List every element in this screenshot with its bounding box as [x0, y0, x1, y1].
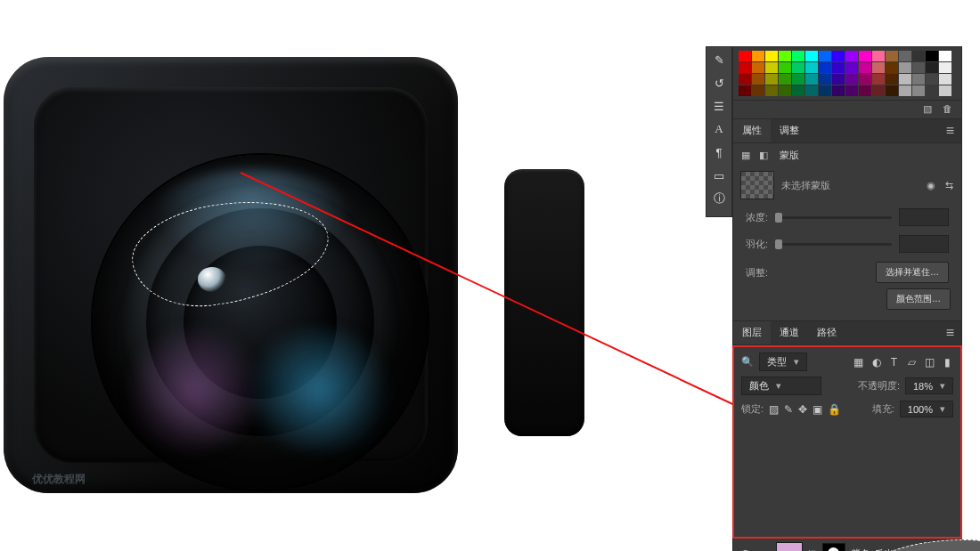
swatch[interactable]: [845, 51, 858, 61]
swatch[interactable]: [939, 85, 951, 96]
swatch[interactable]: [832, 51, 845, 61]
filter-toggle-icon[interactable]: ▮: [942, 356, 953, 368]
tab-channels[interactable]: 通道: [771, 321, 808, 344]
new-swatch-icon[interactable]: ▧: [922, 103, 933, 114]
feather-value[interactable]: [899, 235, 949, 253]
swatch[interactable]: [805, 62, 818, 73]
swatch[interactable]: [886, 51, 898, 61]
fill-value[interactable]: 100%▾: [900, 401, 953, 417]
type-icon[interactable]: A: [712, 122, 726, 136]
swatch[interactable]: [872, 74, 885, 85]
swatch[interactable]: [886, 85, 898, 96]
feather-slider[interactable]: [775, 243, 892, 246]
opacity-value[interactable]: 18%▾: [905, 377, 953, 394]
swatch[interactable]: [752, 62, 764, 73]
swatch[interactable]: [845, 62, 858, 73]
swatch[interactable]: [859, 85, 871, 96]
swatch[interactable]: [739, 85, 751, 96]
swatch[interactable]: [872, 62, 885, 73]
brush-icon[interactable]: ✎: [712, 53, 726, 67]
swatch[interactable]: [739, 51, 751, 61]
swatch[interactable]: [752, 74, 764, 85]
lock-transparent-icon[interactable]: ▨: [769, 403, 779, 416]
swatch[interactable]: [832, 62, 845, 73]
swatch[interactable]: [765, 85, 778, 96]
swatch[interactable]: [832, 85, 845, 96]
swatch[interactable]: [939, 74, 951, 85]
tab-properties[interactable]: 属性: [733, 119, 771, 142]
color-range-button[interactable]: 颜色范围…: [886, 288, 951, 310]
swatch[interactable]: [899, 62, 911, 73]
swatch[interactable]: [886, 62, 898, 73]
swatch[interactable]: [912, 85, 925, 96]
swatch[interactable]: [819, 74, 831, 85]
tab-adjustments[interactable]: 调整: [771, 119, 808, 142]
swatch[interactable]: [899, 85, 911, 96]
swatch[interactable]: [859, 62, 871, 73]
panel-menu-icon[interactable]: ≡: [939, 119, 961, 142]
blend-mode-select[interactable]: 颜色▾: [741, 377, 821, 395]
swatch[interactable]: [859, 51, 871, 61]
lock-icons[interactable]: ▨ ✎ ✥ ▣ 🔒: [769, 403, 841, 416]
mask-thumbnail[interactable]: [740, 171, 774, 199]
swatch[interactable]: [765, 62, 778, 73]
swatch[interactable]: [926, 85, 938, 96]
layer-filter-icons[interactable]: ▦ ◐ T ▱ ◫ ▮: [853, 356, 953, 368]
swatch[interactable]: [752, 51, 764, 61]
swatch[interactable]: [912, 51, 925, 61]
swatch[interactable]: [779, 62, 791, 73]
tab-paths[interactable]: 路径: [808, 321, 845, 344]
swatch[interactable]: [819, 51, 831, 61]
swatch[interactable]: [779, 51, 791, 61]
swatch[interactable]: [845, 85, 858, 96]
lock-position-icon[interactable]: ✥: [798, 403, 807, 416]
info-icon[interactable]: ⓘ: [712, 191, 726, 206]
sliders-icon[interactable]: ☰: [712, 99, 726, 113]
swatch[interactable]: [805, 51, 818, 61]
filter-type-icon[interactable]: T: [888, 356, 900, 368]
density-value[interactable]: [899, 208, 949, 226]
pixel-mask-icon[interactable]: ▦: [740, 150, 751, 161]
lock-image-icon[interactable]: ✎: [784, 403, 793, 416]
swatch[interactable]: [832, 74, 845, 85]
swatch[interactable]: [792, 85, 804, 96]
swatch[interactable]: [792, 51, 804, 61]
swatch[interactable]: [886, 74, 898, 85]
swatch[interactable]: [765, 51, 778, 61]
layers-menu-icon[interactable]: ≡: [939, 321, 961, 344]
mask-link-icon[interactable]: ⛓: [808, 545, 817, 551]
swatches-panel[interactable]: [732, 46, 962, 101]
swatch[interactable]: [845, 74, 858, 85]
swatch[interactable]: [792, 62, 804, 73]
filter-adjust-icon[interactable]: ◐: [870, 356, 882, 368]
layer-mask-thumbnail[interactable]: [822, 543, 845, 551]
swatch[interactable]: [939, 62, 951, 73]
swatch[interactable]: [779, 85, 791, 96]
lock-all-icon[interactable]: 🔒: [828, 403, 841, 416]
tab-layers[interactable]: 图层: [733, 321, 771, 344]
paragraph-icon[interactable]: ¶: [712, 145, 726, 159]
swatch[interactable]: [926, 74, 938, 85]
swatch[interactable]: [912, 74, 925, 85]
trash-icon[interactable]: 🗑: [942, 103, 952, 114]
collapsed-panel-dock[interactable]: ✎ ↺ ☰ A ¶ ▭ ⓘ: [706, 46, 732, 217]
layer-name[interactable]: 紫色-反光: [851, 547, 894, 552]
swatch[interactable]: [899, 51, 911, 61]
layer-thumbnail[interactable]: [776, 542, 803, 551]
swatch[interactable]: [752, 85, 764, 96]
swatch[interactable]: [739, 62, 751, 73]
visibility-toggle[interactable]: 👁: [739, 547, 753, 551]
swatch[interactable]: [819, 62, 831, 73]
swatch[interactable]: [805, 74, 818, 85]
swatch[interactable]: [859, 74, 871, 85]
swatch[interactable]: [805, 85, 818, 96]
apply-mask-icon[interactable]: ◉: [926, 180, 936, 190]
swatch[interactable]: [779, 74, 791, 85]
layer-row[interactable]: 👁 ⛓ 紫色-反光: [733, 539, 961, 551]
filter-shape-icon[interactable]: ▱: [906, 356, 918, 368]
select-and-mask-button[interactable]: 选择并遮住…: [876, 262, 949, 283]
swatch[interactable]: [792, 74, 804, 85]
lock-artboard-icon[interactable]: ▣: [813, 403, 822, 416]
filter-pixel-icon[interactable]: ▦: [853, 356, 864, 368]
swatch[interactable]: [819, 85, 831, 96]
